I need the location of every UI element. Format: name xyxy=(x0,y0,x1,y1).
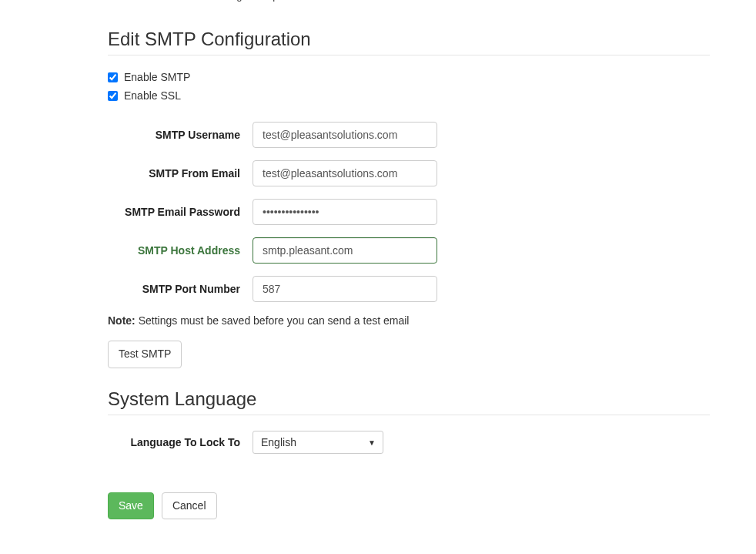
smtp-password-label: SMTP Email Password xyxy=(108,206,253,218)
enable-smtp-label: Enable SMTP xyxy=(124,71,190,83)
smtp-note-row: Note: Settings must be saved before you … xyxy=(108,314,710,327)
smtp-section-divider xyxy=(108,55,710,55)
test-smtp-button[interactable]: Test SMTP xyxy=(108,341,182,368)
smtp-username-group: SMTP Username xyxy=(108,122,710,148)
enable-ssl-checkbox[interactable] xyxy=(108,91,118,101)
enable-ssl-row: Enable SSL xyxy=(108,89,710,102)
smtp-username-label: SMTP Username xyxy=(108,129,253,141)
smtp-from-email-label: SMTP From Email xyxy=(108,167,253,180)
smtp-from-email-input[interactable] xyxy=(253,160,437,186)
enable-smtp-checkbox[interactable] xyxy=(108,72,118,82)
smtp-note-text: Settings must be saved before you can se… xyxy=(139,314,410,327)
smtp-section-title: Edit SMTP Configuration xyxy=(108,29,710,50)
smtp-port-input[interactable] xyxy=(253,276,437,302)
smtp-port-group: SMTP Port Number xyxy=(108,276,710,302)
save-button[interactable]: Save xyxy=(108,492,154,520)
smtp-password-group: SMTP Email Password xyxy=(108,199,710,225)
content-wrapper: Edit SMTP Configuration Enable SMTP Enab… xyxy=(108,29,710,519)
page-container: Recommended max height: 100px Edit SMTP … xyxy=(0,0,756,535)
smtp-host-group: SMTP Host Address xyxy=(108,237,710,264)
language-lock-group: Language To Lock To English ▼ xyxy=(108,431,710,454)
language-select[interactable]: English xyxy=(253,431,383,454)
smtp-from-email-group: SMTP From Email xyxy=(108,160,710,186)
enable-smtp-row: Enable SMTP xyxy=(108,71,710,83)
language-section-title: System Language xyxy=(108,388,710,410)
cancel-button[interactable]: Cancel xyxy=(162,492,217,520)
smtp-password-input[interactable] xyxy=(253,199,437,225)
action-button-row: Save Cancel xyxy=(108,492,710,520)
smtp-host-label: SMTP Host Address xyxy=(108,244,253,257)
smtp-port-label: SMTP Port Number xyxy=(108,283,253,295)
enable-ssl-label: Enable SSL xyxy=(124,89,181,102)
smtp-note-label: Note: xyxy=(108,314,135,327)
language-section-divider xyxy=(108,415,710,415)
hint-text: Recommended max height: 100px xyxy=(131,0,741,2)
smtp-host-input[interactable] xyxy=(253,237,437,264)
smtp-username-input[interactable] xyxy=(253,122,437,148)
language-select-wrap: English ▼ xyxy=(253,431,383,454)
language-lock-label: Language To Lock To xyxy=(108,436,253,448)
